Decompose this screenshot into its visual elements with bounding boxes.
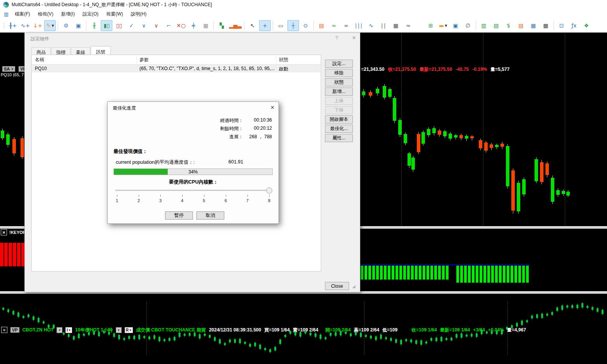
sliders-page-icon[interactable]: ∣∣: [378, 20, 389, 31]
mini-candle-body: [68, 334, 70, 337]
mini-candle-body: [521, 321, 523, 325]
time-line-icon[interactable]: ⊙: [300, 20, 311, 31]
menu-format[interactable]: 設定(O): [79, 10, 102, 19]
logs-page-icon[interactable]: ▤: [515, 20, 527, 31]
menu-help[interactable]: 說明(H): [127, 10, 151, 19]
help-icon[interactable]: ?: [333, 35, 340, 42]
report-page-icon[interactable]: ≈: [402, 20, 414, 31]
dots-style-icon[interactable]: ▦: [200, 20, 212, 31]
watchlist-icon[interactable]: ▤: [316, 20, 327, 31]
format-window-icon[interactable]: ▣: [72, 20, 84, 31]
insert-strategy-icon[interactable]: ↓+: [32, 20, 43, 31]
hollow-candles-style-icon[interactable]: ▯▯: [113, 20, 125, 31]
volume-bars-icon[interactable]: ▂▅▃: [228, 20, 242, 31]
menu-file[interactable]: 檔案(F): [11, 10, 34, 19]
quote-bubble-icon[interactable]: ∞: [340, 20, 352, 31]
heikin-ashi-style-icon[interactable]: ╪: [187, 20, 199, 31]
resolution-menu[interactable]: R▼: [125, 327, 133, 333]
pq10-series-label: PQ10 (65, 7: [1, 72, 24, 77]
properties-button[interactable]: 屬性...: [325, 134, 353, 142]
slider-tick-label: 2: [138, 198, 140, 203]
draw-tool-icon[interactable]: ✎▼: [44, 20, 56, 31]
mini-candle-body: [325, 337, 327, 339]
column-header[interactable]: 狀態: [279, 57, 288, 63]
close-button[interactable]: Close: [325, 282, 349, 290]
interval-dropdown[interactable]: ▼: [116, 327, 122, 333]
down-bars-red-style-icon[interactable]: ∨: [150, 20, 162, 31]
pointer-tool-icon[interactable]: ↖: [247, 20, 258, 31]
mini-candle-body: [83, 334, 85, 336]
modal-close-icon[interactable]: ✕: [270, 105, 275, 110]
mini-candle-body: [581, 303, 583, 307]
resize-grip[interactable]: ◢: [352, 284, 355, 289]
blocks-page-icon[interactable]: ▦: [390, 20, 402, 31]
pause-button[interactable]: 暫停: [165, 211, 193, 220]
new-window-icon[interactable]: ⊞: [425, 20, 437, 31]
mini-candle-body: [219, 339, 221, 343]
table-row[interactable]: PQ10(65, 70, "TXO.C", "TXO.P", d, time_s…: [32, 65, 320, 72]
open-script-button[interactable]: 開啟腳本: [325, 115, 353, 124]
cancel-button[interactable]: 取消: [196, 211, 224, 220]
no-marker-icon[interactable]: ∅: [462, 20, 474, 31]
mini-candle-body: [602, 310, 604, 314]
mini-candle-body: [43, 321, 45, 323]
plugin-icon[interactable]: ❖: [581, 20, 592, 31]
blocks-chart-icon[interactable]: ▚: [216, 20, 227, 31]
column-header[interactable]: 參數: [139, 57, 149, 63]
candles-style-icon[interactable]: ▮▯: [101, 20, 112, 31]
remove-button[interactable]: 移除: [325, 69, 353, 77]
strategy-page-icon[interactable]: ▦: [528, 20, 539, 31]
down-bars-style-icon[interactable]: ∨: [138, 20, 150, 31]
vp-badge[interactable]: VP: [10, 327, 19, 333]
notes-icon[interactable]: ▬▼: [437, 20, 449, 31]
cpu-slider-track[interactable]: [115, 190, 270, 191]
format-symbol-icon[interactable]: ⚙: [60, 20, 72, 31]
interval-menu[interactable]: I▼: [65, 327, 72, 333]
formula-icon[interactable]: ƒx: [568, 20, 580, 31]
step-style-icon[interactable]: ⌐: [163, 20, 174, 31]
script-page-icon[interactable]: ∿: [365, 20, 377, 31]
add-button[interactable]: 新增...: [325, 88, 353, 96]
candle-body: [545, 163, 549, 175]
line-style-icon[interactable]: ✓: [126, 20, 137, 31]
cpu-slider-handle[interactable]: [266, 187, 272, 194]
symbol-dropdown[interactable]: ▼: [57, 327, 62, 333]
menu-insert[interactable]: 新增(I): [57, 10, 79, 19]
positions-page-icon[interactable]: ▤: [490, 20, 502, 31]
status-button[interactable]: 狀態: [325, 78, 353, 86]
column-header[interactable]: 名稱: [35, 57, 44, 63]
sa-badge[interactable]: SA ▼: [2, 66, 15, 72]
chart-trading-icon[interactable]: ⊡: [556, 20, 567, 31]
mini-candle-body: [526, 320, 528, 322]
keyopt-close-button[interactable]: ✕: [1, 229, 7, 235]
text-note-icon[interactable]: ▭: [275, 20, 287, 31]
depth-sliders-icon[interactable]: ∣∣∣: [353, 20, 365, 31]
volume-bar-green: [399, 266, 402, 280]
crosshair-tool-icon[interactable]: +: [259, 20, 271, 31]
ticker-close-button[interactable]: ✕: [1, 327, 7, 333]
mini-candle-body: [133, 336, 135, 339]
menu-window[interactable]: 視窗(W): [102, 10, 127, 19]
compare-chart-icon[interactable]: ≈: [328, 20, 340, 31]
notes-icon-dropdown[interactable]: ▼: [445, 24, 447, 27]
slider-tick-label: 1: [116, 198, 118, 203]
insert-symbol-icon[interactable]: ╂+: [7, 20, 19, 31]
close-icon[interactable]: ✕: [351, 35, 358, 42]
point-figure-style-icon[interactable]: ✕○: [175, 20, 187, 31]
settings-button[interactable]: 設定...: [325, 60, 353, 68]
account-page-icon[interactable]: $: [503, 20, 514, 31]
orders-page-icon[interactable]: ▥: [478, 20, 490, 31]
menu-view[interactable]: 檢視(V): [34, 10, 57, 19]
cross-cursor-icon[interactable]: ┼: [287, 20, 299, 31]
slider-tick-label: 7: [246, 198, 249, 203]
save-desktop-icon[interactable]: ▣: [450, 20, 461, 31]
mini-candle-body: [566, 306, 568, 307]
grid-page-icon[interactable]: ▩: [540, 20, 552, 31]
volume-bar-green: [460, 266, 463, 283]
draw-tool-icon-dropdown[interactable]: ▼: [52, 24, 54, 27]
mini-candle-body: [189, 333, 191, 336]
bars-style-icon[interactable]: ╫: [88, 20, 100, 31]
insert-indicator-icon[interactable]: ∿+: [19, 20, 31, 31]
mini-candle-body: [184, 334, 186, 336]
optimize-button[interactable]: 最佳化...: [325, 125, 353, 133]
